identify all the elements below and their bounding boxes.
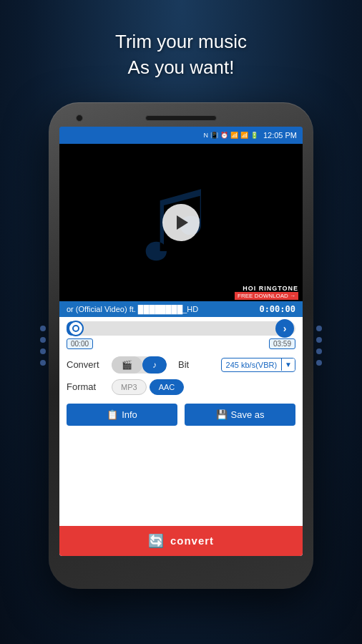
side-dots-left: [40, 326, 46, 366]
play-button[interactable]: [162, 204, 200, 241]
slider-track[interactable]: ›: [67, 321, 295, 336]
video-overlay: HOI RINGTONE FREE DOWNLOAD →: [230, 283, 303, 301]
dot: [40, 360, 46, 366]
format-row: Format MP3 AAC: [59, 376, 303, 398]
mp3-format-button[interactable]: MP3: [112, 379, 147, 395]
time-labels: 00:00 03:59: [59, 337, 303, 353]
action-buttons: 📋 Info 💾 Save as: [59, 398, 303, 430]
tagline-line1: Trim your music: [115, 31, 247, 52]
dot: [316, 337, 322, 343]
bit-dropdown-icon: ▼: [281, 358, 295, 371]
info-icon: 📋: [107, 409, 118, 420]
bit-label: Bit: [178, 359, 189, 370]
tagline-line2: As you want!: [128, 57, 235, 78]
convert-label-bar: convert: [170, 535, 214, 547]
media-type-toggle: 🎬 ♪: [112, 356, 167, 374]
tagline: Trim your music As you want!: [115, 29, 247, 81]
dot: [316, 348, 322, 354]
save-as-label: Save as: [231, 409, 265, 420]
status-bar: N 📳 ⏰ 📶 📶 🔋 12:05 PM: [59, 127, 303, 144]
arrow-right-icon: ›: [283, 323, 287, 334]
wifi-icon: 📶: [230, 132, 238, 139]
dot: [316, 326, 322, 331]
format-toggle-group: MP3 AAC: [112, 379, 184, 395]
slider-thumb-left[interactable]: [68, 321, 84, 336]
convert-bar[interactable]: 🔄 convert: [59, 526, 303, 556]
info-button[interactable]: 📋 Info: [67, 404, 177, 426]
play-triangle-icon: [177, 215, 188, 230]
side-dots-right: [316, 326, 322, 366]
dot: [40, 326, 46, 331]
alarm-icon: ⏰: [220, 132, 228, 139]
free-download-label: FREE DOWNLOAD →: [235, 292, 298, 300]
battery-icon: 🔋: [250, 132, 258, 139]
dot: [316, 360, 322, 366]
save-as-button[interactable]: 💾 Save as: [185, 404, 295, 426]
phone-frame: N 📳 ⏰ 📶 📶 🔋 12:05 PM HOI RINGTONE FREE D…: [49, 102, 313, 589]
convert-label: Convert: [67, 359, 106, 370]
phone-screen: N 📳 ⏰ 📶 📶 🔋 12:05 PM HOI RINGTONE FREE D…: [59, 127, 303, 556]
signal-icon: 📶: [240, 132, 248, 139]
aac-format-button[interactable]: AAC: [150, 379, 185, 395]
slider-thumb-right[interactable]: ›: [275, 319, 294, 338]
bit-selector[interactable]: 245 kb/s(VBR) ▼: [221, 358, 295, 372]
refresh-icon: 🔄: [148, 533, 165, 549]
status-icons: N 📳 ⏰ 📶 📶 🔋 12:05 PM: [203, 131, 297, 140]
controls-area: or (Official Video) ft. ████████_HD 0:00…: [59, 301, 303, 556]
vibrate-icon: 📳: [210, 132, 218, 139]
time-end-label: 03:59: [269, 338, 295, 349]
phone-speaker: [145, 115, 217, 121]
track-info-bar: or (Official Video) ft. ████████_HD 0:00…: [59, 301, 303, 317]
hoi-label: HOI RINGTONE: [243, 285, 298, 292]
track-time: 0:00:00: [259, 304, 295, 314]
save-icon: 💾: [216, 409, 228, 420]
bit-value: 245 kb/s(VBR): [222, 358, 282, 371]
info-label: Info: [122, 409, 137, 420]
nfc-icon: N: [203, 132, 208, 139]
dot: [40, 337, 46, 343]
track-name: or (Official Video) ft. ████████_HD: [67, 305, 259, 313]
phone-camera: [76, 114, 83, 122]
thumb-inner-icon: [72, 325, 79, 332]
video-icon: 🎬: [122, 360, 132, 370]
video-toggle-button[interactable]: 🎬: [112, 356, 142, 374]
video-player[interactable]: HOI RINGTONE FREE DOWNLOAD →: [59, 144, 303, 301]
status-time: 12:05 PM: [263, 131, 297, 140]
audio-icon: ♪: [152, 360, 157, 370]
slider-area: ›: [59, 317, 303, 337]
format-label: Format: [67, 381, 106, 392]
time-start-label: 00:00: [67, 338, 93, 349]
dot: [40, 348, 46, 354]
audio-toggle-button[interactable]: ♪: [142, 356, 167, 374]
convert-row: Convert 🎬 ♪ Bit 245 kb/s(VBR) ▼: [59, 353, 303, 376]
